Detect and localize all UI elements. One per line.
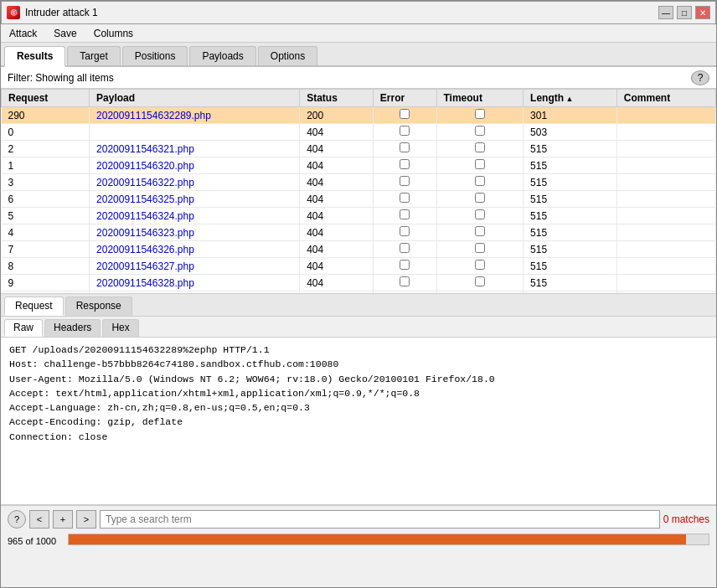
- col-status[interactable]: Status: [300, 90, 374, 107]
- col-comment[interactable]: Comment: [616, 90, 715, 107]
- col-error[interactable]: Error: [373, 90, 436, 107]
- format-tab-bar: Raw Headers Hex: [1, 317, 716, 338]
- format-tab-headers[interactable]: Headers: [44, 319, 101, 337]
- col-length[interactable]: Length: [524, 90, 617, 107]
- progress-bar: [68, 534, 709, 545]
- table-row[interactable]: 320200911546322.php404515: [2, 174, 716, 191]
- results-table-container: Request Payload Status Error Timeout Len…: [1, 89, 716, 294]
- col-request[interactable]: Request: [2, 90, 90, 107]
- menu-attack[interactable]: Attack: [4, 27, 42, 40]
- minimize-button[interactable]: —: [658, 6, 673, 19]
- prev-btn[interactable]: <: [29, 510, 49, 529]
- table-row[interactable]: 920200911546328.php404515: [2, 275, 716, 291]
- tab-results[interactable]: Results: [4, 46, 65, 67]
- tab-positions[interactable]: Positions: [122, 46, 188, 65]
- title-bar: 🎯 Intruder attack 1 — □ ✕: [1, 1, 716, 24]
- filter-bar: Filter: Showing all items ?: [1, 67, 716, 89]
- table-row[interactable]: 420200911546323.php404515: [2, 224, 716, 241]
- req-resp-tab-bar: Request Response: [1, 294, 716, 317]
- status-row: 965 of 1000: [1, 532, 716, 549]
- table-row[interactable]: 820200911546327.php404515: [2, 258, 716, 275]
- table-row[interactable]: 29020200911154632289.php200301: [2, 107, 716, 124]
- progress-fill: [69, 534, 686, 544]
- menu-columns[interactable]: Columns: [89, 27, 138, 40]
- format-tab-hex[interactable]: Hex: [102, 319, 138, 337]
- add-btn[interactable]: +: [53, 510, 73, 529]
- window-controls: — □ ✕: [658, 6, 710, 19]
- maximize-button[interactable]: □: [677, 6, 692, 19]
- col-payload[interactable]: Payload: [90, 90, 300, 107]
- tab-response[interactable]: Response: [65, 297, 132, 316]
- tab-payloads[interactable]: Payloads: [189, 46, 255, 65]
- table-row[interactable]: 120200911546320.php404515: [2, 157, 716, 174]
- col-timeout[interactable]: Timeout: [436, 90, 524, 107]
- table-row[interactable]: 1020200911546329.php404515: [2, 291, 716, 295]
- app-icon: 🎯: [7, 6, 20, 19]
- next-btn[interactable]: >: [76, 510, 96, 529]
- main-tab-bar: Results Target Positions Payloads Option…: [1, 43, 716, 67]
- menu-bar: Attack Save Columns: [1, 24, 716, 43]
- tab-options[interactable]: Options: [258, 46, 317, 65]
- menu-save[interactable]: Save: [49, 27, 81, 40]
- search-input[interactable]: [100, 510, 660, 529]
- tab-target[interactable]: Target: [67, 46, 120, 65]
- results-table: Request Payload Status Error Timeout Len…: [1, 89, 716, 294]
- bottom-help-btn[interactable]: ?: [8, 510, 26, 529]
- tab-request[interactable]: Request: [4, 297, 64, 316]
- table-row[interactable]: 0404503: [2, 124, 716, 141]
- table-row[interactable]: 620200911546325.php404515: [2, 191, 716, 208]
- progress-label: 965 of 1000: [4, 536, 59, 546]
- table-row[interactable]: 520200911546324.php404515: [2, 208, 716, 224]
- filter-label: Filter: Showing all items: [8, 72, 114, 84]
- close-button[interactable]: ✕: [695, 6, 710, 19]
- table-row[interactable]: 720200911546326.php404515: [2, 241, 716, 258]
- request-content-area: GET /uploads/20200911154632289%2ephp HTT…: [1, 338, 716, 505]
- window-title: Intruder attack 1: [25, 7, 98, 18]
- table-row[interactable]: 220200911546321.php404515: [2, 141, 716, 157]
- filter-help-btn[interactable]: ?: [691, 70, 709, 85]
- bottom-search-bar: ? < + > 0 matches: [1, 505, 716, 532]
- format-tab-raw[interactable]: Raw: [4, 319, 43, 337]
- match-count: 0 matches: [663, 513, 709, 525]
